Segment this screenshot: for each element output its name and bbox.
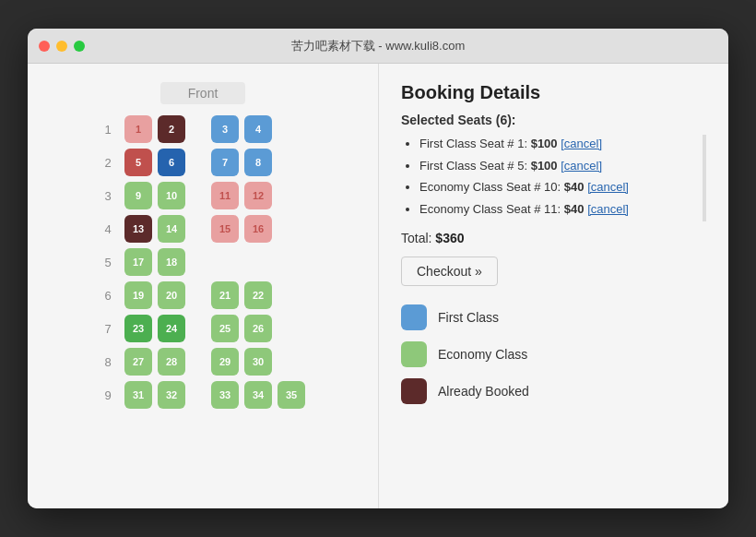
seat-group-right: 78: [211, 149, 272, 176]
seat-1[interactable]: 1: [124, 115, 152, 143]
cancel-link[interactable]: [cancel]: [587, 180, 629, 194]
seat-34[interactable]: 34: [244, 381, 272, 409]
seat-24[interactable]: 24: [158, 315, 185, 342]
seat-group-left: 2728: [124, 348, 185, 376]
seat-11[interactable]: 11: [211, 182, 239, 209]
total-value: $360: [435, 231, 464, 245]
legend: First ClassEconomy ClassAlready Booked: [401, 304, 706, 404]
seat-33[interactable]: 33: [211, 381, 239, 409]
legend-color-economy: [401, 341, 427, 367]
row-label: 3: [100, 189, 115, 203]
seat-19[interactable]: 19: [124, 281, 152, 309]
seat-group-right: 1112: [211, 182, 272, 209]
seat-13[interactable]: 13: [124, 215, 152, 243]
cancel-link[interactable]: [cancel]: [561, 159, 602, 173]
seat-8[interactable]: 8: [244, 149, 272, 176]
seat-21[interactable]: 21: [211, 281, 239, 309]
row-label: 5: [100, 256, 115, 269]
seat-18[interactable]: 18: [158, 248, 185, 276]
row-label: 8: [100, 355, 115, 369]
seat-group-left: 2324: [124, 315, 185, 342]
seat-6[interactable]: 6: [158, 149, 185, 176]
row-label: 7: [100, 322, 115, 336]
seat-26[interactable]: 26: [244, 315, 272, 342]
list-item: First Class Seat # 1: $100 [cancel]: [419, 135, 697, 153]
legend-label-booked: Already Booked: [438, 384, 529, 399]
list-item: First Class Seat # 5: $100 [cancel]: [419, 157, 697, 175]
seat-29[interactable]: 29: [211, 348, 239, 376]
seat-group-left: 1314: [124, 215, 185, 243]
seat-14[interactable]: 14: [158, 215, 185, 243]
seat-group-right: 1516: [211, 215, 272, 243]
seat-7[interactable]: 7: [211, 149, 239, 176]
seat-group-right: 34: [211, 115, 272, 143]
seat-5[interactable]: 5: [124, 149, 152, 176]
seat-3[interactable]: 3: [211, 115, 239, 143]
seat-12[interactable]: 12: [244, 182, 272, 209]
cancel-link[interactable]: [cancel]: [561, 137, 602, 150]
seat-27[interactable]: 27: [124, 348, 152, 376]
cancel-link[interactable]: [cancel]: [587, 202, 629, 216]
seat-25[interactable]: 25: [211, 315, 239, 342]
seat-row: 413141516: [100, 215, 305, 243]
legend-item-booked: Already Booked: [401, 378, 706, 404]
seat-row: 619202122: [100, 281, 305, 309]
legend-label-first: First Class: [438, 310, 499, 325]
seat-row: 11234: [100, 115, 305, 143]
seat-23[interactable]: 23: [124, 315, 152, 342]
traffic-lights: [39, 41, 85, 52]
legend-color-first: [401, 304, 427, 330]
front-label: Front: [160, 82, 246, 104]
seat-15[interactable]: 15: [211, 215, 239, 243]
seat-30[interactable]: 30: [244, 348, 272, 376]
row-label: 6: [100, 289, 115, 303]
seat-4[interactable]: 4: [244, 115, 272, 143]
seat-group-left: 3132: [124, 381, 185, 409]
main-content: Front 1123425678391011124131415165171861…: [28, 64, 728, 508]
seat-row: 39101112: [100, 182, 305, 209]
seat-17[interactable]: 17: [124, 248, 152, 276]
seat-group-right: 2122: [211, 281, 272, 309]
seat-panel: Front 1123425678391011124131415165171861…: [28, 64, 378, 508]
legend-label-economy: Economy Class: [438, 347, 527, 362]
checkout-button[interactable]: Checkout »: [401, 257, 498, 286]
close-button[interactable]: [39, 41, 50, 52]
seat-20[interactable]: 20: [158, 281, 185, 309]
booking-panel: Booking Details Selected Seats (6): Firs…: [378, 64, 728, 508]
minimize-button[interactable]: [56, 41, 67, 52]
total-line: Total: $360: [401, 231, 706, 245]
selected-seats-label: Selected Seats (6):: [401, 113, 706, 127]
seat-row: 827282930: [100, 348, 305, 376]
total-label: Total:: [401, 231, 431, 245]
seat-22[interactable]: 22: [244, 281, 272, 309]
seat-9[interactable]: 9: [124, 182, 152, 209]
booking-title: Booking Details: [401, 82, 706, 103]
seat-group-left: 1718: [124, 248, 185, 276]
maximize-button[interactable]: [74, 41, 85, 52]
row-label: 2: [100, 156, 115, 170]
seat-group-left: 56: [124, 149, 185, 176]
seat-2[interactable]: 2: [158, 115, 185, 143]
list-item: Economy Class Seat # 10: $40 [cancel]: [419, 178, 697, 197]
seat-10[interactable]: 10: [158, 182, 185, 209]
seat-16[interactable]: 16: [244, 215, 272, 243]
seat-row: 723242526: [100, 315, 305, 342]
legend-color-booked: [401, 378, 427, 404]
row-label: 4: [100, 222, 115, 236]
seat-28[interactable]: 28: [158, 348, 185, 376]
seat-group-right: 2930: [211, 348, 272, 376]
seat-row: 25678: [100, 149, 305, 176]
window-title: 苦力吧素材下载 - www.kuli8.com: [291, 38, 466, 54]
seat-list: First Class Seat # 1: $100 [cancel]First…: [401, 135, 706, 221]
row-label: 9: [100, 388, 115, 402]
seat-group-left: 12: [124, 115, 185, 143]
legend-item-economy: Economy Class: [401, 341, 706, 367]
seat-31[interactable]: 31: [124, 381, 152, 409]
seat-32[interactable]: 32: [158, 381, 185, 409]
seat-35[interactable]: 35: [278, 381, 305, 409]
app-window: 苦力吧素材下载 - www.kuli8.com Front 1123425678…: [28, 29, 728, 508]
row-label: 1: [100, 123, 115, 137]
seat-group-left: 1920: [124, 281, 185, 309]
seat-group-right: 333435: [211, 381, 305, 409]
seat-row: 93132333435: [100, 381, 305, 409]
